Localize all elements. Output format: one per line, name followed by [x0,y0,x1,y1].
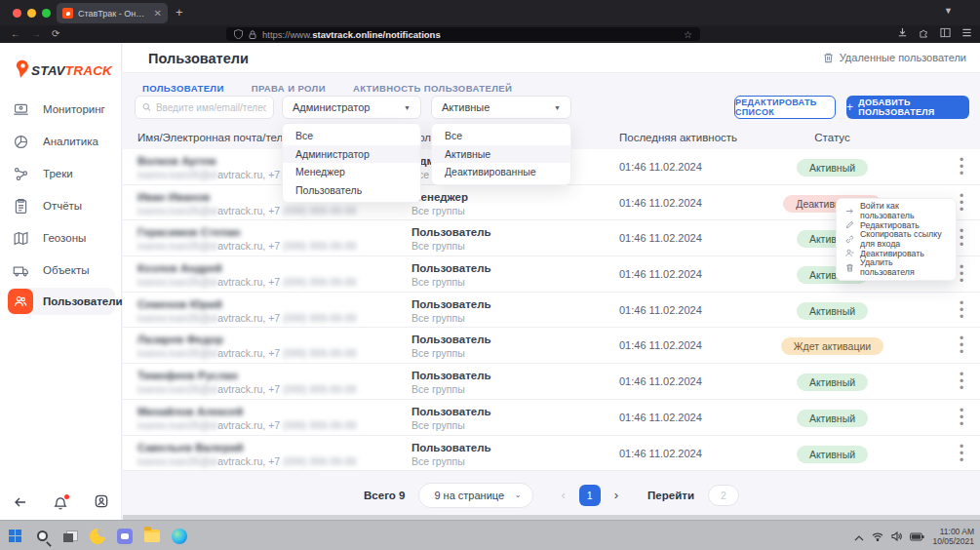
taskbar-search-icon[interactable] [33,527,52,545]
battery-icon[interactable] [910,528,924,545]
downloads-icon[interactable] [897,27,908,38]
row-menu-icon[interactable]: ••• [954,300,969,321]
role-option-manager[interactable]: Менеджер [283,163,420,181]
status-badge: Активный [797,446,868,463]
user-search[interactable] [135,96,274,119]
wifi-icon[interactable] [872,528,883,545]
prev-page-icon[interactable]: ‹ [561,488,565,502]
status-option-all[interactable]: Все [432,127,570,145]
row-menu-icon[interactable]: ••• [954,408,969,428]
clock-time: 11:00 AM [932,527,974,536]
table-row: Лазарев Федор ivanov.ivan26@stavtrack.ru… [123,328,980,364]
profile-icon[interactable] [95,494,108,512]
tracks-icon [8,161,33,186]
lock-icon[interactable] [249,30,256,39]
sidebar-item-users[interactable]: Пользователи [8,288,115,315]
role-option-all[interactable]: Все [283,127,420,145]
menu-delete-user[interactable]: Удалить пользователя [837,260,956,275]
enter-arrow-icon [845,207,854,216]
file-explorer-icon[interactable] [142,527,161,545]
row-menu-icon[interactable]: ••• [954,335,969,356]
col-status-header: Статус [752,132,913,143]
row-menu-icon[interactable]: ••• [954,372,969,392]
tab-close-icon[interactable]: ✕ [154,8,162,19]
tray-expand-icon[interactable] [854,528,864,545]
sidebar: STAVTRACK Мониторинг Аналитика Треки Отч… [0,43,122,520]
status-badge: Активный [797,410,868,427]
back-icon[interactable]: ← [11,28,20,39]
collapse-sidebar-icon[interactable] [14,494,27,512]
page-number-button[interactable]: 1 [579,485,601,506]
add-user-button[interactable]: + ДОБАВИТЬ ПОЛЬЗОВАТЕЛЯ [846,96,969,119]
goto-page-input[interactable]: 2 [708,485,739,506]
status-filter-select[interactable]: Активные ▼ [431,96,571,119]
notification-dot [64,494,69,499]
per-page-select[interactable]: 9 на странице ⌄ [418,483,533,508]
total-count: Всего 9 [364,490,405,501]
taskbar: 11:00 AM 10/05/2021 [0,520,980,550]
new-tab-button[interactable]: + [176,5,183,20]
clock-date: 10/05/2021 [932,536,974,546]
sidebar-item-analytics[interactable]: Аналитика [8,128,115,155]
role-filter-select[interactable]: Администратор ▼ [282,96,421,119]
url-bar[interactable]: https://www.stavtrack.online/notificatio… [226,27,700,41]
sidebar-item-objects[interactable]: Объекты [8,256,115,284]
search-input[interactable] [156,102,266,113]
stavtrack-app: STAVTRACK Мониторинг Аналитика Треки Отч… [0,43,980,520]
sidebar-item-geozones[interactable]: Геозоны [8,224,115,252]
menu-login-as-user[interactable]: Войти как пользователь [837,204,956,218]
trash-icon [845,263,854,272]
reports-icon [8,193,33,218]
chat-app-icon[interactable] [115,527,134,545]
sidebar-item-reports[interactable]: Отчёты [8,192,115,219]
sidebar-panel-icon[interactable] [940,27,951,38]
volume-icon[interactable] [891,528,902,545]
tab-title: СтавТрак - Онлайн мониторин [78,9,149,19]
extensions-icon[interactable] [919,27,929,38]
chevron-down-icon: ⌄ [515,491,522,499]
browser-tab-bar: СтавТрак - Онлайн мониторин ✕ + ▼ [0,0,980,25]
browser-tab[interactable]: СтавТрак - Онлайн мониторин ✕ [57,3,168,23]
link-icon [845,235,854,244]
role-option-admin[interactable]: Администратор [283,145,420,164]
status-badge: Активный [797,159,868,177]
next-page-icon[interactable]: › [614,488,618,502]
moon-app-icon[interactable] [88,527,106,545]
row-menu-icon[interactable]: ••• [954,157,969,177]
sidebar-item-tracks[interactable]: Треки [8,160,115,187]
table-row: Савельев Валерий ivanov.ivan26@stavtrack… [123,436,980,472]
trash-icon [823,52,834,63]
deleted-users-link[interactable]: Удаленные пользователи [823,52,966,63]
window-close-button[interactable] [13,9,21,18]
role-option-user[interactable]: Пользователь [283,181,420,200]
status-badge: Активный [797,302,868,320]
refresh-icon[interactable]: ⟳ [52,28,59,39]
window-minimize-button[interactable] [27,9,36,18]
browser-nav-bar: ← → ⟳ https://www.stavtrack.online/notif… [0,25,980,43]
start-button-icon[interactable] [6,527,24,545]
tab-list-chevron-icon[interactable]: ▼ [944,6,953,16]
page-title: Пользователи [148,51,249,66]
pencil-icon [845,220,854,229]
edit-list-button[interactable]: РЕДАКТИРОВАТЬ СПИСОК [734,96,836,119]
menu-icon[interactable] [961,27,972,38]
row-menu-icon[interactable]: ••• [954,444,969,464]
shield-icon[interactable] [234,29,243,39]
taskbar-clock[interactable]: 11:00 AM 10/05/2021 [932,527,974,546]
goto-label: Перейти [647,490,694,501]
table-row: Тимофеев Руслан ivanov.ivan26@stavtrack.… [123,364,980,400]
forward-icon[interactable]: → [31,28,41,39]
search-icon [142,102,151,112]
status-badge: Ждет активации [781,337,883,355]
window-maximize-button[interactable] [42,9,51,18]
notifications-bell-icon[interactable] [54,496,67,511]
sidebar-item-monitoring[interactable]: Мониторинг [8,96,115,123]
bookmark-star-icon[interactable]: ☆ [684,29,692,40]
chevron-down-icon: ▼ [404,104,411,111]
status-option-deactivated[interactable]: Деактивированные [432,163,570,181]
chevron-down-icon: ▼ [554,104,561,111]
edge-browser-icon[interactable] [170,527,188,545]
status-option-active[interactable]: Активные [432,145,570,164]
menu-copy-login-link[interactable]: Скопировать ссылку для входа [837,232,956,247]
task-view-icon[interactable] [60,527,79,545]
